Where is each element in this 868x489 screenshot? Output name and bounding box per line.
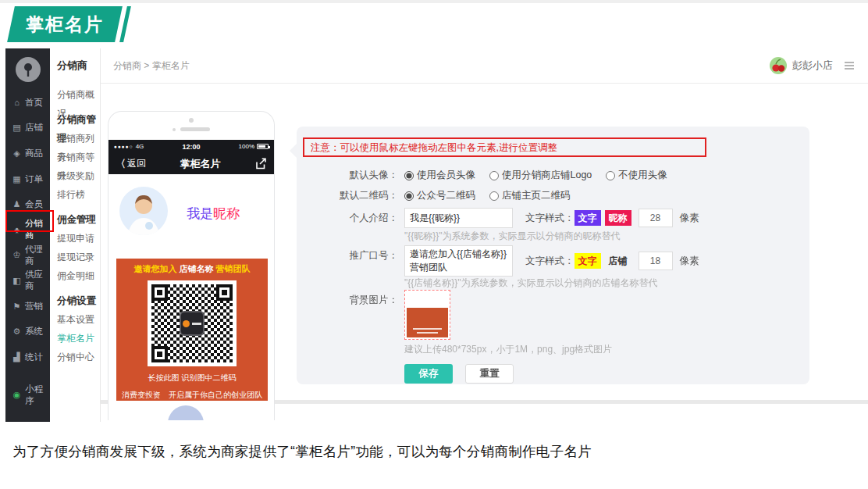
- intro-text-color-chip[interactable]: 文字: [575, 210, 601, 226]
- background-label: 背景图片：: [297, 290, 398, 307]
- submenu-item-business-card[interactable]: 掌柜名片: [57, 329, 100, 348]
- qr-scan-tip: 长按此图 识别图中二维码: [116, 373, 268, 384]
- default-avatar-label: 默认头像：: [297, 169, 398, 182]
- members-icon: ♟: [12, 199, 22, 209]
- sidebar-item-label: 营销: [25, 301, 43, 312]
- invite-banner[interactable]: 邀请您加入 店铺名称 营销团队 长按此图 识别图中二维码 消费变投资 开启属于你…: [116, 259, 268, 401]
- radio-shop-home-qr[interactable]: 店铺主页二维码: [489, 189, 571, 202]
- reset-button[interactable]: 重置: [465, 364, 514, 384]
- slogan-text-color-chip[interactable]: 文字: [575, 253, 601, 269]
- qr-code[interactable]: [148, 280, 237, 366]
- sidebar-item-label: 统计: [25, 352, 43, 363]
- preview-avatar[interactable]: [119, 187, 168, 235]
- breadcrumb[interactable]: 分销商 > 掌柜名片: [113, 59, 190, 73]
- submenu-item-distribution-center[interactable]: 分销中心: [57, 348, 100, 366]
- caption-text: 为了方便分销商发展下级，系统为商家提供了“掌柜名片”功能，可以为每个分销商制作电…: [12, 442, 592, 461]
- submenu-header-management: 分销商管理: [57, 110, 100, 129]
- sidebar-item-home[interactable]: ⌂首页: [5, 90, 50, 116]
- sidebar-item-system[interactable]: ⚙系统: [5, 319, 50, 344]
- save-button[interactable]: 保存: [404, 364, 453, 384]
- app-logo-icon: [14, 55, 42, 84]
- radio-input[interactable]: [489, 171, 499, 180]
- back-button[interactable]: 〈 返回: [116, 157, 146, 171]
- main-sidebar: ⌂首页 ▤店铺 ◈商品 ▦订单 ♟会员 ♣分销商 ♔代理商 ◧供应商 ⚑营销 ⚙…: [5, 48, 50, 422]
- submenu-item-withdraw-apply[interactable]: 提现申请: [57, 229, 100, 248]
- invite-suffix: 营销团队: [216, 264, 251, 273]
- submenu-header-settings: 分销设置: [57, 291, 100, 310]
- sidebar-item-agent[interactable]: ♔代理商: [5, 243, 50, 269]
- phone-speaker: [108, 127, 274, 131]
- active-item-highlight: [5, 210, 54, 232]
- user-name: 彭彭小店: [792, 59, 833, 73]
- banner-slogan-tip: 消费变投资 开启属于你自己的创业团队: [116, 390, 268, 401]
- default-qrcode-label: 默认二维码：: [297, 189, 398, 202]
- radio-input[interactable]: [606, 171, 615, 180]
- qr-finder-icon: [151, 284, 168, 301]
- sub-sidebar: 分销商 分销商概况 分销商管理 分销商列表 分销商等级 升级奖励 排行榜 佣金管…: [50, 48, 101, 422]
- radio-input[interactable]: [404, 191, 414, 201]
- radio-use-shop-logo[interactable]: 使用分销商店铺Logo: [489, 169, 592, 182]
- page-title: 掌柜名片: [11, 6, 119, 42]
- slogan-shop-color-chip[interactable]: 店铺: [605, 253, 631, 269]
- px-unit-label: 像素: [680, 212, 699, 225]
- system-icon: ⚙: [12, 327, 22, 337]
- sidebar-item-label: 店铺: [25, 122, 43, 134]
- background-thumb-top: [407, 292, 448, 308]
- radio-use-member-avatar[interactable]: 使用会员头像: [404, 169, 475, 182]
- miniprogram-icon: ◉: [12, 390, 22, 400]
- slogan-font-size-input[interactable]: [639, 252, 673, 270]
- submenu-item-level[interactable]: 分销商等级: [57, 148, 100, 166]
- slogan-textarea[interactable]: 邀请您加入{{店铺名称}}营销团队: [404, 245, 513, 277]
- qr-finder-icon: [216, 284, 233, 301]
- sidebar-item-marketing[interactable]: ⚑营销: [5, 294, 50, 319]
- radio-no-avatar[interactable]: 不使用头像: [606, 169, 667, 182]
- radio-input[interactable]: [489, 191, 499, 201]
- menu-icon[interactable]: [845, 62, 854, 70]
- px-unit-label: 像素: [680, 255, 699, 268]
- submenu-item-commission-detail[interactable]: 佣金明细: [57, 266, 100, 285]
- preview-nickname[interactable]: 我是昵称: [187, 205, 240, 223]
- phone-camera-icon: [189, 118, 194, 123]
- share-icon[interactable]: [254, 158, 267, 170]
- user-menu[interactable]: 彭彭小店: [770, 57, 854, 74]
- phone-nav-bar: 〈 返回 掌柜名片: [108, 153, 274, 174]
- back-label: 返回: [127, 157, 146, 170]
- submenu-item-withdraw-record[interactable]: 提现记录: [57, 248, 100, 266]
- phone-status-bar: ●●●●○ 4G 12:00 100%: [108, 140, 274, 153]
- radio-official-account-qr[interactable]: 公众号二维码: [404, 189, 475, 202]
- topbar: 分销商 > 掌柜名片 彭彭小店: [101, 48, 868, 83]
- supplier-icon: ◧: [12, 276, 22, 286]
- submenu-item-list[interactable]: 分销商列表: [57, 129, 100, 148]
- slogan-label: 推广口号：: [297, 245, 398, 262]
- background-helper: 建议上传480*735px，小于1M，png、jpg格式图片: [404, 343, 809, 356]
- sidebar-item-label: 系统: [25, 326, 43, 337]
- intro-font-size-input[interactable]: [639, 209, 673, 227]
- phone-page-title: 掌柜名片: [146, 157, 254, 171]
- invite-line: 邀请您加入 店铺名称 营销团队: [116, 263, 268, 275]
- submenu-item-basic-settings[interactable]: 基本设置: [57, 310, 100, 329]
- intro-nickname-color-chip[interactable]: 昵称: [605, 210, 631, 226]
- invite-shop-name: 店铺名称: [180, 264, 214, 273]
- submenu-item-ranking[interactable]: 排行榜: [57, 185, 100, 204]
- background-upload[interactable]: [404, 290, 450, 340]
- sidebar-item-supplier[interactable]: ◧供应商: [5, 268, 50, 294]
- submenu-title: 分销商: [57, 48, 100, 83]
- submenu-item-overview[interactable]: 分销商概况: [57, 85, 100, 104]
- slogan-style-group: 文字样式： 文字 店铺 像素: [525, 252, 699, 270]
- submenu-header-commission: 佣金管理: [57, 210, 100, 229]
- intro-input[interactable]: [404, 208, 513, 228]
- nickname-value: 昵称: [213, 206, 240, 221]
- background-thumb-image: [407, 308, 448, 337]
- submenu-item-upgrade-reward[interactable]: 升级奖励: [57, 166, 100, 185]
- page: 掌柜名片 ⌂首页 ▤店铺 ◈商品 ▦订单 ♟会员 ♣分销商 ♔代理商 ◧供应商 …: [0, 0, 868, 489]
- sidebar-item-goods[interactable]: ◈商品: [5, 141, 50, 166]
- home-icon: ⌂: [12, 98, 22, 107]
- sidebar-item-shop[interactable]: ▤店铺: [5, 116, 50, 141]
- window-top-edge: [0, 0, 868, 3]
- drag-notice: 注意：可以使用鼠标左键拖动左图中各元素,进行位置调整: [303, 137, 706, 157]
- goods-icon: ◈: [12, 148, 22, 159]
- sidebar-item-miniprogram[interactable]: ◉小程序: [5, 383, 50, 409]
- sidebar-item-orders[interactable]: ▦订单: [5, 166, 50, 192]
- radio-input[interactable]: [404, 171, 414, 180]
- sidebar-item-stats[interactable]: ▟统计: [5, 344, 50, 370]
